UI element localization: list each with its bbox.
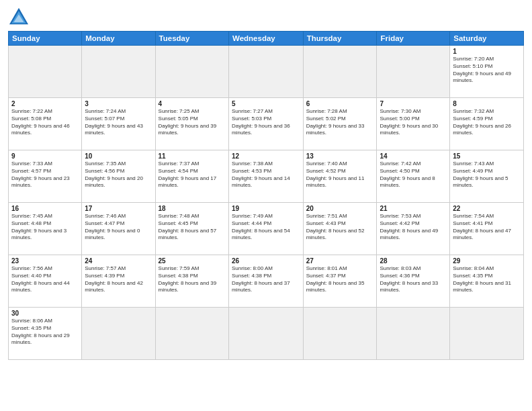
- weekday-header-tuesday: Tuesday: [155, 32, 228, 46]
- calendar-cell-1-6: [377, 46, 450, 98]
- day-number: 23: [11, 257, 79, 265]
- day-number: 26: [232, 257, 300, 265]
- calendar-cell-4-5: 20Sunrise: 7:51 AM Sunset: 4:43 PM Dayli…: [303, 203, 377, 255]
- weekday-header-row: SundayMondayTuesdayWednesdayThursdayFrid…: [9, 32, 524, 46]
- calendar-cell-2-3: 4Sunrise: 7:25 AM Sunset: 5:05 PM Daylig…: [155, 98, 228, 150]
- week-row-4: 16Sunrise: 7:45 AM Sunset: 4:48 PM Dayli…: [9, 203, 524, 255]
- day-info: Sunrise: 8:06 AM Sunset: 4:35 PM Dayligh…: [11, 318, 79, 347]
- calendar-cell-5-5: 27Sunrise: 8:01 AM Sunset: 4:37 PM Dayli…: [303, 255, 377, 308]
- week-row-1: 1Sunrise: 7:20 AM Sunset: 5:10 PM Daylig…: [9, 46, 524, 98]
- day-info: Sunrise: 7:35 AM Sunset: 4:56 PM Dayligh…: [85, 161, 152, 189]
- calendar-cell-3-7: 15Sunrise: 7:43 AM Sunset: 4:49 PM Dayli…: [450, 150, 524, 203]
- weekday-header-thursday: Thursday: [303, 32, 377, 46]
- day-number: 1: [453, 48, 521, 55]
- day-info: Sunrise: 7:49 AM Sunset: 4:44 PM Dayligh…: [232, 213, 300, 242]
- calendar: SundayMondayTuesdayWednesdayThursdayFrid…: [8, 31, 524, 360]
- day-number: 28: [380, 257, 447, 265]
- day-info: Sunrise: 7:59 AM Sunset: 4:38 PM Dayligh…: [159, 265, 226, 294]
- day-number: 27: [306, 257, 374, 265]
- day-number: 22: [453, 205, 521, 212]
- day-number: 15: [453, 152, 521, 160]
- day-number: 5: [232, 100, 300, 107]
- week-row-2: 2Sunrise: 7:22 AM Sunset: 5:08 PM Daylig…: [9, 98, 524, 150]
- day-info: Sunrise: 7:24 AM Sunset: 5:07 PM Dayligh…: [85, 108, 152, 137]
- calendar-cell-5-4: 26Sunrise: 8:00 AM Sunset: 4:38 PM Dayli…: [229, 255, 304, 308]
- day-number: 20: [306, 205, 374, 212]
- day-info: Sunrise: 7:42 AM Sunset: 4:50 PM Dayligh…: [380, 161, 447, 189]
- day-number: 24: [85, 257, 152, 265]
- day-number: 17: [85, 205, 152, 212]
- day-number: 11: [159, 152, 226, 160]
- day-info: Sunrise: 7:28 AM Sunset: 5:02 PM Dayligh…: [306, 108, 374, 137]
- day-info: Sunrise: 8:03 AM Sunset: 4:36 PM Dayligh…: [380, 265, 447, 294]
- calendar-cell-6-1: 30Sunrise: 8:06 AM Sunset: 4:35 PM Dayli…: [9, 308, 82, 360]
- calendar-cell-1-5: [303, 46, 377, 98]
- calendar-cell-2-6: 7Sunrise: 7:30 AM Sunset: 5:00 PM Daylig…: [377, 98, 450, 150]
- day-number: 16: [11, 205, 79, 212]
- calendar-cell-2-1: 2Sunrise: 7:22 AM Sunset: 5:08 PM Daylig…: [9, 98, 82, 150]
- day-info: Sunrise: 7:38 AM Sunset: 4:53 PM Dayligh…: [232, 161, 300, 189]
- week-row-6: 30Sunrise: 8:06 AM Sunset: 4:35 PM Dayli…: [9, 308, 524, 360]
- calendar-cell-5-7: 29Sunrise: 8:04 AM Sunset: 4:35 PM Dayli…: [450, 255, 524, 308]
- day-number: 12: [232, 152, 300, 160]
- day-info: Sunrise: 7:45 AM Sunset: 4:48 PM Dayligh…: [11, 213, 79, 242]
- page: SundayMondayTuesdayWednesdayThursdayFrid…: [0, 0, 532, 411]
- day-number: 18: [159, 205, 226, 212]
- week-row-5: 23Sunrise: 7:56 AM Sunset: 4:40 PM Dayli…: [9, 255, 524, 308]
- calendar-cell-3-3: 11Sunrise: 7:37 AM Sunset: 4:54 PM Dayli…: [155, 150, 228, 203]
- calendar-cell-6-2: [82, 308, 155, 360]
- day-number: 13: [306, 152, 374, 160]
- calendar-cell-3-4: 12Sunrise: 7:38 AM Sunset: 4:53 PM Dayli…: [229, 150, 304, 203]
- calendar-cell-4-4: 19Sunrise: 7:49 AM Sunset: 4:44 PM Dayli…: [229, 203, 304, 255]
- calendar-cell-2-2: 3Sunrise: 7:24 AM Sunset: 5:07 PM Daylig…: [82, 98, 155, 150]
- calendar-cell-4-2: 17Sunrise: 7:46 AM Sunset: 4:47 PM Dayli…: [82, 203, 155, 255]
- calendar-cell-3-2: 10Sunrise: 7:35 AM Sunset: 4:56 PM Dayli…: [82, 150, 155, 203]
- day-number: 4: [159, 100, 226, 107]
- day-info: Sunrise: 7:22 AM Sunset: 5:08 PM Dayligh…: [11, 108, 79, 137]
- day-info: Sunrise: 7:32 AM Sunset: 4:59 PM Dayligh…: [453, 108, 521, 137]
- day-info: Sunrise: 8:04 AM Sunset: 4:35 PM Dayligh…: [453, 265, 521, 294]
- calendar-cell-6-5: [303, 308, 377, 360]
- day-number: 6: [306, 100, 374, 107]
- logo-icon: [8, 7, 30, 26]
- day-number: 14: [380, 152, 447, 160]
- calendar-cell-1-4: [229, 46, 304, 98]
- calendar-cell-2-4: 5Sunrise: 7:27 AM Sunset: 5:03 PM Daylig…: [229, 98, 304, 150]
- weekday-header-sunday: Sunday: [9, 32, 82, 46]
- day-number: 3: [85, 100, 152, 107]
- day-info: Sunrise: 7:51 AM Sunset: 4:43 PM Dayligh…: [306, 213, 374, 242]
- calendar-cell-6-7: [450, 308, 524, 360]
- day-info: Sunrise: 8:00 AM Sunset: 4:38 PM Dayligh…: [232, 265, 300, 294]
- calendar-cell-3-5: 13Sunrise: 7:40 AM Sunset: 4:52 PM Dayli…: [303, 150, 377, 203]
- day-info: Sunrise: 7:30 AM Sunset: 5:00 PM Dayligh…: [380, 108, 447, 137]
- day-info: Sunrise: 7:56 AM Sunset: 4:40 PM Dayligh…: [11, 265, 79, 294]
- day-number: 9: [11, 152, 79, 160]
- week-row-3: 9Sunrise: 7:33 AM Sunset: 4:57 PM Daylig…: [9, 150, 524, 203]
- day-info: Sunrise: 7:57 AM Sunset: 4:39 PM Dayligh…: [85, 265, 152, 294]
- calendar-cell-1-2: [82, 46, 155, 98]
- calendar-cell-2-5: 6Sunrise: 7:28 AM Sunset: 5:02 PM Daylig…: [303, 98, 377, 150]
- day-info: Sunrise: 8:01 AM Sunset: 4:37 PM Dayligh…: [306, 265, 374, 294]
- day-number: 8: [453, 100, 521, 107]
- calendar-cell-4-3: 18Sunrise: 7:48 AM Sunset: 4:45 PM Dayli…: [155, 203, 228, 255]
- calendar-cell-5-6: 28Sunrise: 8:03 AM Sunset: 4:36 PM Dayli…: [377, 255, 450, 308]
- day-number: 10: [85, 152, 152, 160]
- calendar-cell-6-6: [377, 308, 450, 360]
- weekday-header-monday: Monday: [82, 32, 155, 46]
- day-info: Sunrise: 7:27 AM Sunset: 5:03 PM Dayligh…: [232, 108, 300, 137]
- calendar-cell-5-3: 25Sunrise: 7:59 AM Sunset: 4:38 PM Dayli…: [155, 255, 228, 308]
- calendar-cell-1-7: 1Sunrise: 7:20 AM Sunset: 5:10 PM Daylig…: [450, 46, 524, 98]
- day-number: 2: [11, 100, 79, 107]
- day-info: Sunrise: 7:37 AM Sunset: 4:54 PM Dayligh…: [159, 161, 226, 189]
- calendar-cell-2-7: 8Sunrise: 7:32 AM Sunset: 4:59 PM Daylig…: [450, 98, 524, 150]
- weekday-header-friday: Friday: [377, 32, 450, 46]
- day-info: Sunrise: 7:54 AM Sunset: 4:41 PM Dayligh…: [453, 213, 521, 242]
- calendar-cell-6-4: [229, 308, 304, 360]
- day-info: Sunrise: 7:53 AM Sunset: 4:42 PM Dayligh…: [380, 213, 447, 242]
- day-info: Sunrise: 7:43 AM Sunset: 4:49 PM Dayligh…: [453, 161, 521, 189]
- day-number: 29: [453, 257, 521, 265]
- day-number: 21: [380, 205, 447, 212]
- weekday-header-wednesday: Wednesday: [229, 32, 304, 46]
- calendar-cell-5-1: 23Sunrise: 7:56 AM Sunset: 4:40 PM Dayli…: [9, 255, 82, 308]
- calendar-cell-1-3: [155, 46, 228, 98]
